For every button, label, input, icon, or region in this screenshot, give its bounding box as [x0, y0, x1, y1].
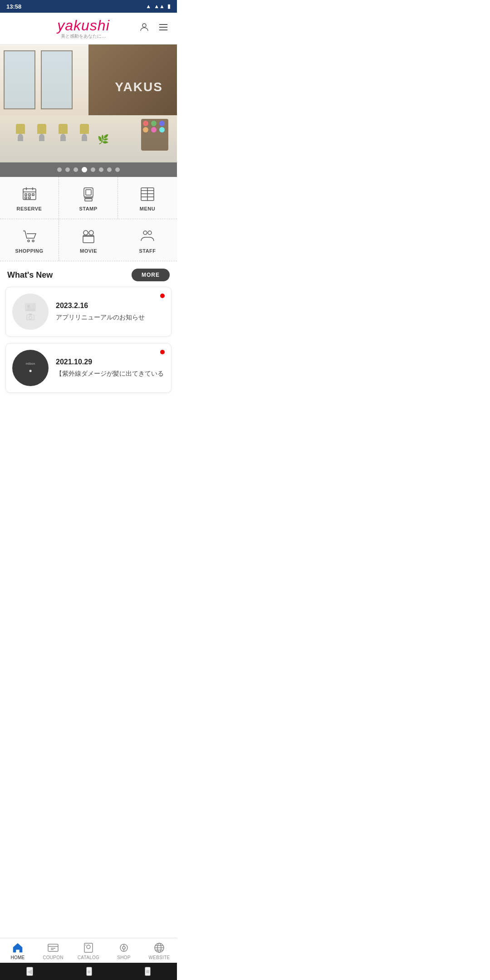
svg-point-31 [148, 231, 152, 235]
decorative-plant [98, 134, 109, 145]
status-bar: 13:58 ▲ ▲▲ ▮ [0, 0, 177, 13]
slide-dot-1[interactable] [57, 167, 62, 172]
news-card-2[interactable]: milbon ● 2021.10.29 【紫外線ダメージが髪に出てきている [5, 343, 172, 393]
svg-rect-15 [85, 199, 92, 201]
svg-point-26 [32, 240, 34, 242]
hero-banner: YAKUS [0, 44, 177, 162]
news-content-1: 2023.2.16 アプリリニューアルのお知らせ [56, 302, 165, 322]
hero-salon-name: YAKUS [115, 80, 162, 94]
staff-button[interactable]: STAFF [118, 219, 177, 261]
movie-button[interactable]: MOVIE [59, 219, 118, 261]
svg-point-36 [29, 316, 32, 319]
svg-point-30 [143, 231, 147, 235]
movie-label: MOVIE [80, 248, 97, 254]
menu-button[interactable]: MENU [118, 177, 177, 219]
news-card-1[interactable]: 2023.2.16 アプリリニューアルのお知らせ [5, 287, 172, 337]
time: 13:58 [6, 3, 21, 10]
reserve-label: RESERVE [17, 206, 42, 211]
news-thumbnail-1 [12, 294, 49, 330]
slide-dot-7[interactable] [107, 167, 112, 172]
news-thumbnail-2: milbon ● [12, 350, 49, 386]
profile-button[interactable] [139, 22, 150, 35]
news-unread-dot-2 [160, 350, 165, 354]
svg-point-25 [28, 240, 29, 242]
slide-dot-2[interactable] [65, 167, 70, 172]
calendar-icon [21, 186, 38, 202]
svg-point-28 [89, 230, 93, 235]
user-icon [139, 22, 150, 33]
news-content-2: 2021.10.29 【紫外線ダメージが髪に出てきている [56, 358, 165, 378]
decorative-chair [57, 124, 69, 141]
staff-icon [139, 228, 156, 245]
whats-new-section: What's New MORE [0, 261, 177, 287]
signal-icon: ▲▲ [154, 3, 165, 10]
stamp-label: STAMP [79, 206, 97, 211]
svg-rect-10 [32, 194, 34, 196]
logo-text: yakushi [57, 17, 110, 34]
battery-icon: ▮ [167, 3, 171, 10]
menu-button[interactable] [158, 22, 169, 35]
svg-rect-12 [29, 197, 30, 199]
shopping-button[interactable]: SHOPPING [0, 219, 59, 261]
svg-rect-8 [25, 194, 27, 196]
news-desc-1: アプリリニューアルのお知らせ [56, 313, 165, 322]
shopping-label: SHOPPING [15, 248, 43, 254]
svg-rect-9 [29, 194, 30, 196]
reserve-button[interactable]: RESERVE [0, 177, 59, 219]
svg-rect-37 [29, 314, 32, 315]
hamburger-icon [158, 22, 169, 33]
book-icon [139, 186, 156, 202]
decorative-window [4, 50, 35, 109]
slide-dot-5[interactable] [91, 167, 95, 172]
news-desc-2: 【紫外線ダメージが髪に出てきている [56, 369, 165, 378]
logo-tagline: 美と感動をあなたに… [61, 33, 106, 39]
decorative-shelf [141, 119, 168, 151]
camera-placeholder-icon [26, 313, 35, 320]
stamp-button[interactable]: STAMP [59, 177, 118, 219]
cart-icon [21, 228, 38, 245]
news-unread-dot-1 [160, 294, 165, 298]
decorative-chair [14, 124, 27, 141]
movie-icon [80, 228, 97, 245]
status-icons: ▲ ▲▲ ▮ [146, 3, 171, 10]
main-content: What's New MORE 2023.2.16 アプリリニューアルのお知らせ [0, 261, 177, 445]
whats-new-title: What's New [7, 270, 53, 280]
news-date-2: 2021.10.29 [56, 358, 165, 366]
slide-dot-8[interactable] [115, 167, 120, 172]
more-button[interactable]: MORE [132, 269, 170, 281]
svg-rect-13 [84, 188, 93, 197]
header-actions [139, 22, 169, 35]
slide-dot-4[interactable] [82, 167, 87, 172]
staff-label: STAFF [139, 248, 156, 254]
wifi-icon: ▲ [146, 3, 151, 10]
feature-grid: RESERVE STAMP MENU SHOPP [0, 177, 177, 261]
svg-point-27 [83, 230, 88, 235]
slide-indicators [0, 162, 177, 177]
decorative-chair [35, 124, 48, 141]
svg-point-0 [142, 24, 146, 27]
app-header: yakushi 美と感動をあなたに… [0, 13, 177, 44]
logo: yakushi 美と感動をあなたに… [57, 17, 110, 39]
svg-rect-11 [25, 197, 27, 199]
slide-dot-3[interactable] [74, 167, 78, 172]
decorative-chair [78, 124, 91, 141]
svg-rect-14 [86, 190, 91, 195]
menu-label: MENU [140, 206, 155, 211]
photo-placeholder-icon [25, 303, 36, 311]
news-date-1: 2023.2.16 [56, 302, 165, 310]
decorative-window [41, 50, 73, 109]
slide-dot-6[interactable] [99, 167, 103, 172]
stamp-icon [80, 186, 97, 202]
